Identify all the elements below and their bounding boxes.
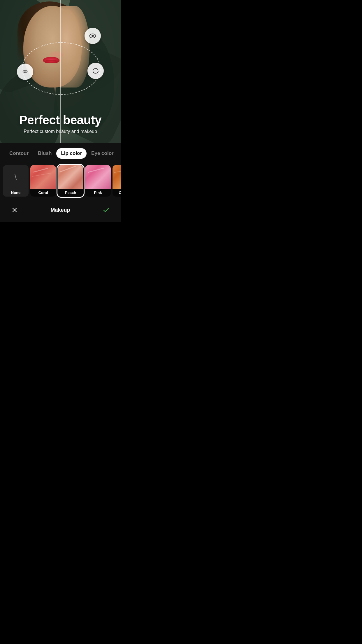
swatch-none-preview: / (3, 165, 29, 189)
color-swatches-row: / None Coral Peach Pink (0, 162, 121, 200)
swatch-pink[interactable]: Pink (85, 165, 111, 197)
none-icon: / (13, 172, 19, 182)
photo-subtext: Perfect custom beauty and makeup (0, 129, 121, 134)
category-tabs: Contour Blush Lip color Eye color Eyebr (0, 143, 121, 162)
swatch-none-label-area: None (3, 189, 29, 197)
swatch-pink-label-area: Pink (85, 189, 111, 197)
swatch-coral[interactable]: Coral (30, 165, 56, 197)
swatch-pink-label: Pink (94, 190, 102, 195)
swatch-none-label: None (11, 190, 21, 195)
photo-headline: Perfect beauty (0, 113, 121, 127)
tab-eye-color[interactable]: Eye color (87, 148, 118, 159)
refresh-icon (92, 67, 100, 75)
swatch-coral-preview (30, 165, 56, 189)
swatch-coral-label: Coral (38, 190, 48, 195)
bottom-toolbar: Makeup (0, 200, 121, 222)
tab-blush[interactable]: Blush (33, 148, 56, 159)
swatch-coral-label-area: Coral (30, 189, 56, 197)
bottom-panel: Contour Blush Lip color Eye color Eyebr … (0, 143, 121, 222)
tab-lip-color[interactable]: Lip color (56, 148, 87, 159)
close-icon (11, 206, 18, 214)
tab-contour[interactable]: Contour (5, 148, 33, 159)
lip-control-button[interactable] (17, 64, 33, 80)
swatch-orange-label-area: Orange (113, 189, 121, 197)
checkmark-icon (102, 206, 110, 214)
confirm-button[interactable] (100, 204, 113, 216)
svg-point-1 (92, 35, 94, 37)
toolbar-title: Makeup (50, 207, 70, 213)
swatch-peach-label-area: Peach (58, 189, 83, 197)
eye-control-button[interactable] (85, 28, 101, 44)
swatch-orange[interactable]: Orange (113, 165, 121, 197)
swatch-peach-preview (58, 165, 83, 189)
eye-icon (89, 32, 97, 40)
swatch-none[interactable]: / None (3, 165, 29, 197)
lips-icon (21, 68, 29, 76)
swatch-peach-label: Peach (65, 190, 76, 195)
cancel-button[interactable] (8, 204, 21, 216)
photo-section: Perfect beauty Perfect custom beauty and… (0, 0, 121, 143)
refresh-control-button[interactable] (87, 63, 104, 79)
swatch-pink-preview (85, 165, 111, 189)
swatch-orange-label: Orange (119, 190, 121, 195)
swatch-orange-preview (113, 165, 121, 189)
tab-eyebrow[interactable]: Eyebr (118, 148, 121, 159)
photo-text-overlay: Perfect beauty Perfect custom beauty and… (0, 113, 121, 134)
swatch-peach[interactable]: Peach (58, 165, 83, 197)
